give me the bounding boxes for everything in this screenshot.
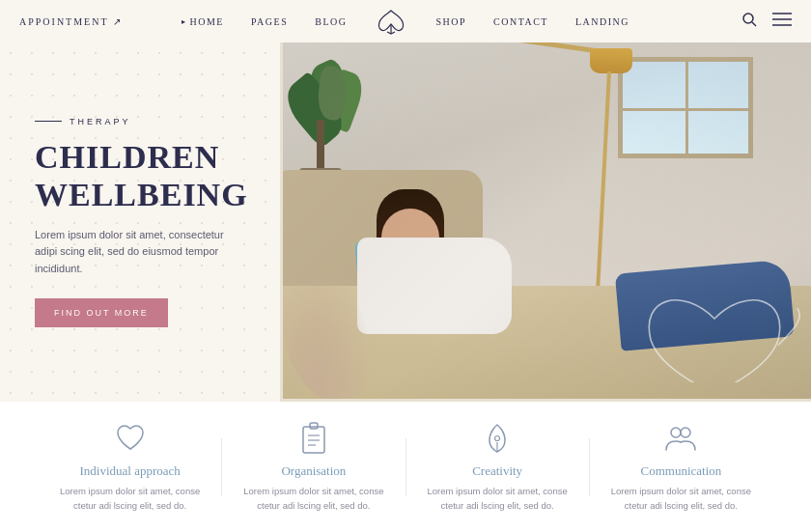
photo-border-bottom [280, 399, 811, 402]
feature-desc-communication: Lorem ipsum dolor sit amet, conse ctetur… [600, 485, 763, 513]
appointment-link[interactable]: APPOINTMENT ↗ [19, 16, 123, 27]
feature-desc-individual: Lorem ipsum dolor sit amet, conse ctetur… [48, 485, 211, 513]
feature-title-creativity: Creativity [472, 463, 522, 479]
dots-background [0, 42, 280, 402]
nav-item-label: CONTACT [493, 16, 548, 27]
appointment-arrow: ↗ [113, 16, 123, 27]
svg-line-1 [752, 22, 756, 26]
feature-organisation: Organisation Lorem ipsum dolor sit amet,… [222, 421, 405, 513]
nav-item-label: BLOG [315, 16, 347, 27]
hero-content: THERAPY CHILDREN WELLBEING Lorem ipsum d… [0, 42, 280, 402]
nav-item-blog[interactable]: BLOG [315, 16, 347, 27]
clipboard-icon [296, 421, 331, 456]
heart-icon [113, 421, 148, 456]
feature-title-individual: Individual approach [79, 463, 180, 479]
feature-title-organisation: Organisation [281, 463, 346, 479]
photo-border-left [280, 42, 283, 402]
therapy-label: THERAPY [35, 117, 245, 126]
site-logo[interactable] [374, 7, 408, 36]
therapy-text: THERAPY [70, 117, 131, 126]
cta-button[interactable]: FIND OUT MORE [35, 298, 168, 327]
hero-section: THERAPY CHILDREN WELLBEING Lorem ipsum d… [0, 42, 811, 402]
svg-rect-6 [310, 423, 318, 429]
svg-point-11 [495, 435, 500, 440]
hero-title-line1: CHILDREN [35, 139, 219, 175]
nav-item-home[interactable]: HOME [182, 16, 224, 27]
feature-creativity: Creativity Lorem ipsum dolor sit amet, c… [406, 421, 589, 513]
svg-point-12 [671, 428, 681, 437]
appointment-label: APPOINTMENT [19, 16, 109, 27]
svg-point-0 [743, 14, 753, 23]
svg-point-13 [681, 428, 690, 437]
feature-desc-organisation: Lorem ipsum dolor sit amet, conse ctetur… [232, 485, 395, 513]
nav-item-label: HOME [190, 16, 224, 27]
nav-item-pages[interactable]: PAGES [251, 16, 288, 27]
logo-icon [374, 7, 408, 36]
hero-description: Lorem ipsum dolor sit amet, consectetur … [35, 227, 245, 278]
people-icon [663, 421, 698, 456]
feature-desc-creativity: Lorem ipsum dolor sit amet, conse ctetur… [416, 485, 579, 513]
nav-actions [741, 12, 792, 31]
nav-item-contact[interactable]: CONTACT [493, 16, 548, 27]
feature-communication: Communication Lorem ipsum dolor sit amet… [590, 421, 772, 513]
nav-item-label: PAGES [251, 16, 288, 27]
feature-individual: Individual approach Lorem ipsum dolor si… [39, 421, 221, 513]
hero-title: CHILDREN WELLBEING [35, 138, 245, 213]
nav-item-label: LANDING [575, 16, 629, 27]
feature-title-communication: Communication [640, 463, 721, 479]
search-icon[interactable] [741, 12, 757, 31]
hamburger-icon[interactable] [772, 13, 792, 30]
photo-depth-overlay [280, 42, 811, 402]
nav-item-landing[interactable]: LANDING [575, 16, 629, 27]
nav-item-shop[interactable]: SHOP [435, 16, 466, 27]
nav-menu: HOME PAGES BLOG SHOP CONTACT LANDING [182, 7, 629, 36]
hero-image [280, 42, 811, 402]
label-line [35, 121, 62, 122]
hero-photo [280, 42, 811, 402]
features-section: Individual approach Lorem ipsum dolor si… [0, 402, 811, 532]
pen-icon [480, 421, 515, 456]
nav-item-label: SHOP [435, 16, 466, 27]
hero-title-line2: WELLBEING [35, 177, 248, 212]
navigation: APPOINTMENT ↗ HOME PAGES BLOG SHOP CONTA… [0, 0, 811, 42]
